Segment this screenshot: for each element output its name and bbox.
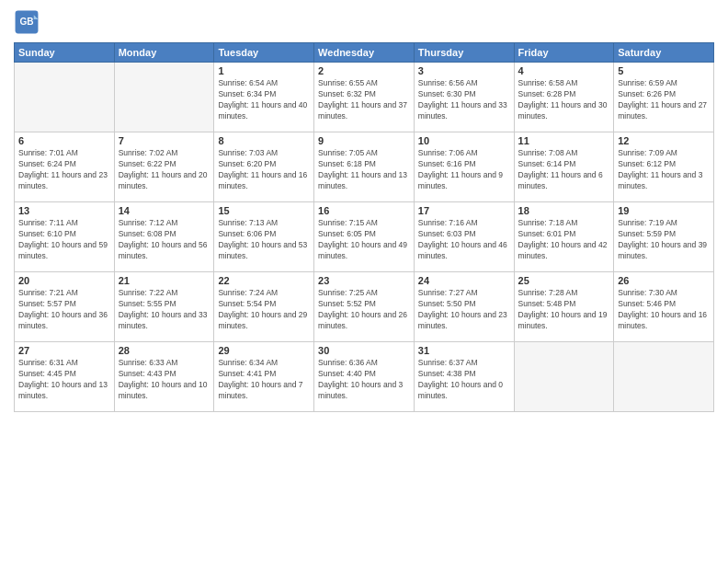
day-info: Sunrise: 6:36 AM Sunset: 4:40 PM Dayligh… — [318, 358, 410, 402]
calendar-cell: 31Sunrise: 6:37 AM Sunset: 4:38 PM Dayli… — [414, 342, 514, 412]
calendar-cell: 11Sunrise: 7:08 AM Sunset: 6:14 PM Dayli… — [514, 132, 614, 202]
day-info: Sunrise: 7:16 AM Sunset: 6:03 PM Dayligh… — [418, 218, 510, 262]
week-row-3: 13Sunrise: 7:11 AM Sunset: 6:10 PM Dayli… — [15, 202, 714, 272]
day-info: Sunrise: 7:09 AM Sunset: 6:12 PM Dayligh… — [618, 148, 710, 192]
calendar-cell: 16Sunrise: 7:15 AM Sunset: 6:05 PM Dayli… — [314, 202, 415, 272]
day-info: Sunrise: 7:08 AM Sunset: 6:14 PM Dayligh… — [518, 148, 610, 192]
calendar-table: SundayMondayTuesdayWednesdayThursdayFrid… — [14, 42, 714, 412]
calendar-cell: 1Sunrise: 6:54 AM Sunset: 6:34 PM Daylig… — [214, 63, 314, 132]
day-number: 6 — [18, 135, 110, 146]
header-row: SundayMondayTuesdayWednesdayThursdayFrid… — [15, 43, 714, 63]
day-number: 16 — [318, 205, 410, 216]
day-info: Sunrise: 7:25 AM Sunset: 5:52 PM Dayligh… — [318, 288, 410, 332]
day-number: 8 — [218, 135, 310, 146]
day-info: Sunrise: 7:15 AM Sunset: 6:05 PM Dayligh… — [318, 218, 410, 262]
day-number: 14 — [119, 205, 210, 216]
calendar-cell: 4Sunrise: 6:58 AM Sunset: 6:28 PM Daylig… — [514, 63, 614, 132]
day-info: Sunrise: 7:06 AM Sunset: 6:16 PM Dayligh… — [418, 148, 510, 192]
calendar-cell — [614, 342, 714, 412]
day-number: 18 — [518, 205, 610, 216]
day-header-friday: Friday — [514, 43, 614, 63]
day-info: Sunrise: 7:13 AM Sunset: 6:06 PM Dayligh… — [218, 218, 310, 262]
day-number: 7 — [119, 135, 210, 146]
day-number: 11 — [518, 135, 610, 146]
calendar-cell: 15Sunrise: 7:13 AM Sunset: 6:06 PM Dayli… — [214, 202, 314, 272]
day-number: 25 — [518, 275, 610, 286]
day-info: Sunrise: 6:37 AM Sunset: 4:38 PM Dayligh… — [418, 358, 510, 402]
calendar-cell — [114, 63, 214, 132]
calendar-cell: 9Sunrise: 7:05 AM Sunset: 6:18 PM Daylig… — [314, 132, 415, 202]
svg-text:GB: GB — [19, 17, 33, 27]
day-info: Sunrise: 7:01 AM Sunset: 6:24 PM Dayligh… — [18, 148, 110, 192]
day-info: Sunrise: 6:33 AM Sunset: 4:43 PM Dayligh… — [119, 358, 210, 402]
day-info: Sunrise: 6:54 AM Sunset: 6:34 PM Dayligh… — [218, 78, 310, 122]
calendar-cell: 18Sunrise: 7:18 AM Sunset: 6:01 PM Dayli… — [514, 202, 614, 272]
day-number: 15 — [218, 205, 310, 216]
calendar-cell: 22Sunrise: 7:24 AM Sunset: 5:54 PM Dayli… — [214, 272, 314, 342]
day-info: Sunrise: 7:03 AM Sunset: 6:20 PM Dayligh… — [218, 148, 310, 192]
calendar-page: GB SundayMondayTuesdayWednesdayThursdayF… — [0, 0, 728, 563]
day-info: Sunrise: 7:02 AM Sunset: 6:22 PM Dayligh… — [119, 148, 210, 192]
day-header-monday: Monday — [114, 43, 214, 63]
day-header-wednesday: Wednesday — [314, 43, 415, 63]
calendar-cell: 23Sunrise: 7:25 AM Sunset: 5:52 PM Dayli… — [314, 272, 415, 342]
day-info: Sunrise: 6:34 AM Sunset: 4:41 PM Dayligh… — [218, 358, 310, 402]
day-number: 21 — [119, 275, 210, 286]
day-info: Sunrise: 7:19 AM Sunset: 5:59 PM Dayligh… — [618, 218, 710, 262]
day-number: 12 — [618, 135, 710, 146]
calendar-cell: 28Sunrise: 6:33 AM Sunset: 4:43 PM Dayli… — [114, 342, 214, 412]
calendar-cell: 7Sunrise: 7:02 AM Sunset: 6:22 PM Daylig… — [114, 132, 214, 202]
day-number: 31 — [418, 345, 510, 356]
calendar-cell: 20Sunrise: 7:21 AM Sunset: 5:57 PM Dayli… — [15, 272, 115, 342]
day-number: 2 — [318, 65, 410, 76]
header: GB — [14, 9, 714, 35]
day-info: Sunrise: 7:05 AM Sunset: 6:18 PM Dayligh… — [318, 148, 410, 192]
calendar-cell — [15, 63, 115, 132]
day-info: Sunrise: 7:28 AM Sunset: 5:48 PM Dayligh… — [518, 288, 610, 332]
day-info: Sunrise: 7:24 AM Sunset: 5:54 PM Dayligh… — [218, 288, 310, 332]
day-number: 3 — [418, 65, 510, 76]
day-number: 9 — [318, 135, 410, 146]
week-row-5: 27Sunrise: 6:31 AM Sunset: 4:45 PM Dayli… — [15, 342, 714, 412]
day-header-thursday: Thursday — [414, 43, 514, 63]
day-header-tuesday: Tuesday — [214, 43, 314, 63]
day-number: 27 — [18, 345, 110, 356]
logo: GB — [14, 9, 43, 35]
calendar-cell: 12Sunrise: 7:09 AM Sunset: 6:12 PM Dayli… — [614, 132, 714, 202]
logo-icon: GB — [14, 9, 40, 35]
calendar-cell — [514, 342, 614, 412]
calendar-cell: 13Sunrise: 7:11 AM Sunset: 6:10 PM Dayli… — [15, 202, 115, 272]
day-number: 24 — [418, 275, 510, 286]
calendar-cell: 5Sunrise: 6:59 AM Sunset: 6:26 PM Daylig… — [614, 63, 714, 132]
day-info: Sunrise: 6:56 AM Sunset: 6:30 PM Dayligh… — [418, 78, 510, 122]
day-info: Sunrise: 6:31 AM Sunset: 4:45 PM Dayligh… — [18, 358, 110, 402]
calendar-cell: 26Sunrise: 7:30 AM Sunset: 5:46 PM Dayli… — [614, 272, 714, 342]
day-header-saturday: Saturday — [614, 43, 714, 63]
day-number: 22 — [218, 275, 310, 286]
day-number: 26 — [618, 275, 710, 286]
calendar-cell: 2Sunrise: 6:55 AM Sunset: 6:32 PM Daylig… — [314, 63, 415, 132]
calendar-cell: 30Sunrise: 6:36 AM Sunset: 4:40 PM Dayli… — [314, 342, 415, 412]
day-number: 17 — [418, 205, 510, 216]
day-number: 19 — [618, 205, 710, 216]
day-number: 30 — [318, 345, 410, 356]
day-number: 10 — [418, 135, 510, 146]
calendar-cell: 21Sunrise: 7:22 AM Sunset: 5:55 PM Dayli… — [114, 272, 214, 342]
calendar-cell: 24Sunrise: 7:27 AM Sunset: 5:50 PM Dayli… — [414, 272, 514, 342]
day-info: Sunrise: 6:58 AM Sunset: 6:28 PM Dayligh… — [518, 78, 610, 122]
calendar-cell: 19Sunrise: 7:19 AM Sunset: 5:59 PM Dayli… — [614, 202, 714, 272]
week-row-4: 20Sunrise: 7:21 AM Sunset: 5:57 PM Dayli… — [15, 272, 714, 342]
day-number: 23 — [318, 275, 410, 286]
day-info: Sunrise: 6:55 AM Sunset: 6:32 PM Dayligh… — [318, 78, 410, 122]
calendar-cell: 6Sunrise: 7:01 AM Sunset: 6:24 PM Daylig… — [15, 132, 115, 202]
calendar-cell: 10Sunrise: 7:06 AM Sunset: 6:16 PM Dayli… — [414, 132, 514, 202]
day-number: 1 — [218, 65, 310, 76]
day-info: Sunrise: 7:22 AM Sunset: 5:55 PM Dayligh… — [119, 288, 210, 332]
day-info: Sunrise: 6:59 AM Sunset: 6:26 PM Dayligh… — [618, 78, 710, 122]
day-number: 13 — [18, 205, 110, 216]
calendar-cell: 27Sunrise: 6:31 AM Sunset: 4:45 PM Dayli… — [15, 342, 115, 412]
day-info: Sunrise: 7:30 AM Sunset: 5:46 PM Dayligh… — [618, 288, 710, 332]
calendar-cell: 8Sunrise: 7:03 AM Sunset: 6:20 PM Daylig… — [214, 132, 314, 202]
day-info: Sunrise: 7:21 AM Sunset: 5:57 PM Dayligh… — [18, 288, 110, 332]
day-number: 29 — [218, 345, 310, 356]
